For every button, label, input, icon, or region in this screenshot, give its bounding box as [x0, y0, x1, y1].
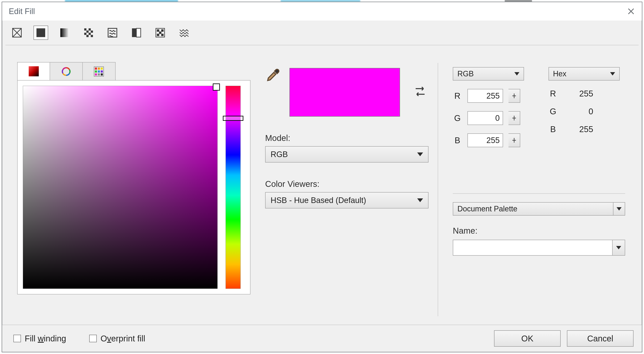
- bitmap-pattern-button[interactable]: [153, 26, 168, 40]
- dialog-title: Edit Fill: [9, 7, 35, 16]
- model-dropdown[interactable]: RGB: [265, 146, 428, 162]
- bottom-bar: Fill winding Overprint fill OK Cancel: [2, 325, 642, 352]
- g-label: G: [453, 113, 462, 123]
- model-value: RGB: [270, 150, 288, 159]
- name-dropdown-button[interactable]: [612, 240, 625, 256]
- g-input[interactable]: 0: [468, 111, 503, 125]
- palette-menu-button[interactable]: [614, 202, 625, 216]
- chevron-down-icon: [514, 72, 520, 76]
- checkbox-box: [14, 335, 21, 342]
- no-fill-button[interactable]: [10, 26, 24, 40]
- svg-rect-6: [91, 31, 93, 33]
- palette-grid-icon: [94, 67, 104, 77]
- palette-value: Document Palette: [458, 205, 517, 213]
- svg-rect-9: [86, 35, 88, 37]
- tab-palette-grid[interactable]: [83, 63, 115, 81]
- g-row: G 0: [453, 111, 530, 125]
- hue-slider-thumb[interactable]: [223, 116, 243, 121]
- swap-colors-button[interactable]: [414, 85, 427, 98]
- uniform-fill-button[interactable]: [34, 26, 48, 40]
- fountain-fill-button[interactable]: [58, 26, 72, 40]
- checkbox-box: [89, 335, 97, 342]
- spinner-handle-icon: [510, 114, 518, 122]
- tab-color-viewer[interactable]: [18, 63, 50, 81]
- ok-button[interactable]: OK: [494, 330, 561, 347]
- palette-row: Document Palette: [453, 202, 625, 216]
- fill-type-toolbar: [2, 21, 642, 45]
- b-spinner[interactable]: [508, 133, 520, 147]
- pattern-fill-button[interactable]: [81, 26, 96, 40]
- pattern-fill-icon: [83, 28, 94, 38]
- texture-fill-icon: [107, 28, 118, 38]
- eyedropper-button[interactable]: [265, 68, 280, 83]
- edit-fill-dialog: Edit Fill: [2, 2, 642, 352]
- chevron-down-icon: [417, 152, 423, 156]
- r-spinner[interactable]: [508, 89, 520, 103]
- right-separator: [453, 193, 625, 194]
- cancel-button[interactable]: Cancel: [567, 330, 634, 347]
- svg-rect-12: [132, 28, 136, 37]
- color-wheel-icon: [61, 67, 71, 77]
- hex-b-value: 255: [568, 125, 593, 134]
- color-swatch: [290, 68, 400, 117]
- palette-dropdown[interactable]: Document Palette: [453, 202, 614, 216]
- fill-winding-checkbox[interactable]: Fill winding: [14, 334, 66, 343]
- hex-readout: R255 G0 B255: [548, 89, 625, 134]
- svg-rect-3: [84, 28, 86, 30]
- fountain-fill-icon: [60, 28, 70, 38]
- hex-b-label: B: [548, 125, 558, 134]
- svg-rect-16: [162, 30, 163, 31]
- chevron-down-icon: [610, 72, 615, 76]
- r-input[interactable]: 255: [468, 89, 503, 103]
- sv-cursor[interactable]: [213, 83, 220, 91]
- hex-g-label: G: [548, 107, 558, 116]
- main-area: Model: RGB Color Viewers: HSB - Hue Base…: [2, 57, 642, 322]
- colorspace-left-dropdown[interactable]: RGB: [453, 67, 524, 81]
- hue-column: [226, 86, 240, 289]
- swatch-row: [265, 68, 432, 117]
- close-icon: [627, 7, 635, 15]
- hex-g-value: 0: [568, 107, 593, 116]
- svg-rect-2: [60, 28, 69, 37]
- r-label: R: [453, 91, 462, 101]
- values-panel: RGB R 255 G 0: [438, 57, 642, 322]
- titlebar: Edit Fill: [2, 2, 642, 21]
- colorspace-right-value: Hex: [553, 69, 566, 78]
- overprint-fill-checkbox[interactable]: Overprint fill: [89, 334, 145, 343]
- svg-rect-13: [136, 28, 141, 37]
- svg-rect-1: [36, 28, 45, 37]
- model-label: Model:: [265, 133, 432, 143]
- g-spinner[interactable]: [508, 111, 520, 125]
- saturation-value-field[interactable]: [23, 86, 218, 289]
- colorspace-right-dropdown[interactable]: Hex: [548, 67, 620, 81]
- color-viewer-icon: [29, 66, 39, 76]
- r-row: R 255: [453, 89, 530, 103]
- name-input[interactable]: [453, 240, 612, 256]
- spinner-handle-icon: [510, 137, 518, 144]
- texture-fill-button[interactable]: [105, 26, 120, 40]
- postscript-fill-icon: [179, 28, 189, 38]
- svg-rect-19: [162, 34, 163, 36]
- svg-rect-10: [91, 35, 93, 37]
- postscript-fill-button[interactable]: [177, 26, 192, 40]
- svg-rect-4: [88, 28, 91, 30]
- viewers-label: Color Viewers:: [265, 179, 432, 189]
- tab-color-wheel[interactable]: [50, 63, 82, 81]
- chevron-down-icon: [417, 198, 423, 202]
- fill-winding-label: Fill winding: [25, 334, 66, 343]
- color-viewers-dropdown[interactable]: HSB - Hue Based (Default): [265, 192, 428, 209]
- rgb-inputs: R 255 G 0 B 255: [453, 89, 530, 147]
- svg-rect-15: [157, 30, 159, 31]
- uniform-fill-icon: [36, 28, 46, 38]
- viewers-value: HSB - Hue Based (Default): [270, 196, 366, 205]
- chevron-down-icon: [616, 207, 622, 211]
- color-picker: [17, 80, 250, 294]
- b-input[interactable]: 255: [468, 133, 503, 147]
- name-field-row: [453, 240, 625, 256]
- two-color-fill-button[interactable]: [129, 26, 144, 40]
- viewer-tabs: [17, 62, 116, 81]
- middle-panel: Model: RGB Color Viewers: HSB - Hue Base…: [260, 57, 438, 322]
- close-button[interactable]: [625, 6, 637, 17]
- eyedropper-icon: [265, 68, 280, 83]
- hex-r-value: 255: [568, 89, 593, 98]
